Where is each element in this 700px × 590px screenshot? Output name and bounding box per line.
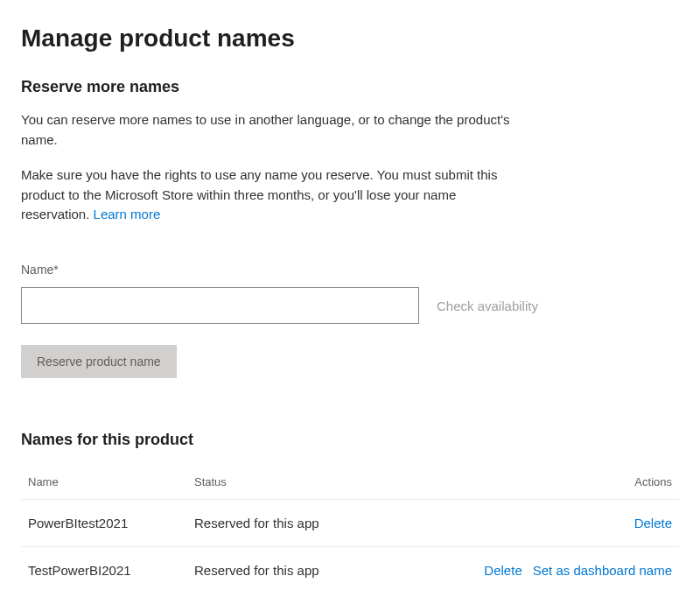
row-status-cell: Reserved for this app	[187, 546, 432, 590]
row-actions-cell: Delete	[432, 499, 679, 546]
check-availability-link[interactable]: Check availability	[437, 297, 538, 315]
table-row: PowerBItest2021Reserved for this appDele…	[21, 499, 679, 546]
column-header-status: Status	[187, 464, 432, 500]
names-section-title: Names for this product	[21, 429, 679, 451]
learn-more-link[interactable]: Learn more	[94, 207, 161, 221]
row-status-cell: Reserved for this app	[187, 499, 432, 546]
name-input[interactable]	[21, 287, 419, 324]
reserve-description-1: You can reserve more names to use in ano…	[21, 110, 511, 150]
name-field-label: Name*	[21, 262, 679, 279]
column-header-actions: Actions	[432, 464, 679, 500]
reserve-section-title: Reserve more names	[21, 76, 679, 98]
delete-link[interactable]: Delete	[484, 563, 522, 578]
page-title: Manage product names	[21, 21, 679, 55]
table-row: TestPowerBI2021Reserved for this appDele…	[21, 546, 679, 590]
row-name-cell: TestPowerBI2021	[21, 546, 187, 590]
names-table: Name Status Actions PowerBItest2021Reser…	[21, 464, 679, 590]
column-header-name: Name	[21, 464, 187, 500]
reserve-description-2: Make sure you have the rights to use any…	[21, 165, 511, 225]
reserve-product-name-button[interactable]: Reserve product name	[21, 345, 177, 378]
row-actions-cell: DeleteSet as dashboard name	[432, 546, 679, 590]
delete-link[interactable]: Delete	[634, 516, 672, 530]
row-name-cell: PowerBItest2021	[21, 499, 187, 546]
set-as-dashboard-name-link[interactable]: Set as dashboard name	[533, 563, 672, 578]
